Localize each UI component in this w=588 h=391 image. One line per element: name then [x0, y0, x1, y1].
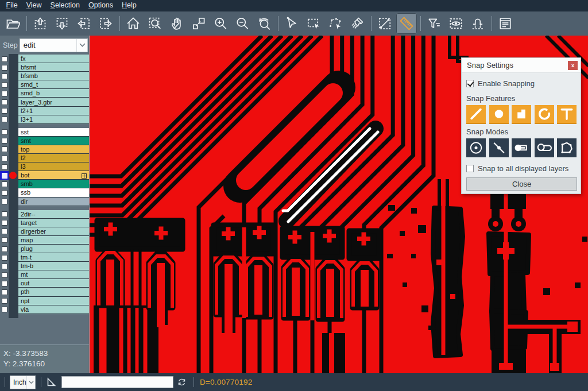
layer-row-top[interactable]: top [0, 145, 89, 154]
layer-row-bot[interactable]: bot [0, 171, 89, 180]
snap-contour-button[interactable] [557, 138, 577, 157]
layer-name[interactable]: smd_t [18, 80, 89, 89]
layer-row-npt[interactable]: npt [0, 297, 89, 305]
layer-visibility-checkbox[interactable] [0, 227, 9, 236]
measure-ruler-button[interactable] [396, 13, 417, 34]
layer-name[interactable]: 2dir-- [18, 210, 89, 219]
layer-row-l2+1[interactable]: l2+1 [0, 107, 89, 115]
layer-visibility-checkbox[interactable] [0, 162, 9, 171]
layer-name[interactable]: map [18, 236, 89, 245]
snap-all-layers-checkbox[interactable] [466, 165, 474, 172]
layer-visibility-checkbox[interactable] [0, 63, 9, 72]
layer-row-smd_b[interactable]: smd_b [0, 89, 89, 98]
layer-row-tm-b[interactable]: tm-b [0, 262, 89, 270]
layer-visibility-checkbox[interactable] [0, 288, 9, 296]
layer-row-layer_3.gbr[interactable]: layer_3.gbr [0, 98, 89, 106]
layer-row-sst[interactable]: sst [0, 128, 89, 137]
layer-name[interactable]: ssb [18, 188, 89, 197]
layer-visibility-checkbox[interactable] [0, 188, 9, 197]
layer-row-l3+1[interactable]: l3+1 [0, 115, 89, 124]
layer-row-mt[interactable]: mt [0, 270, 89, 279]
layer-name[interactable]: pth [18, 288, 89, 296]
layer-visibility-checkbox[interactable] [0, 89, 9, 98]
layer-name[interactable]: layer_3.gbr [18, 98, 89, 106]
menu-view[interactable]: View [22, 0, 46, 11]
layer-name[interactable]: mt [18, 270, 89, 279]
layer-row-out[interactable]: out [0, 279, 89, 288]
unit-select[interactable]: Inch [10, 375, 36, 389]
view-eye-button[interactable] [446, 13, 466, 34]
layer-visibility-checkbox[interactable] [0, 128, 9, 137]
layer-name[interactable]: bot [18, 171, 89, 180]
layer-visibility-checkbox[interactable] [0, 245, 9, 253]
chevron-down-icon[interactable] [76, 39, 87, 52]
layer-row-via[interactable]: via [0, 305, 89, 314]
layer-visibility-checkbox[interactable] [0, 262, 9, 270]
command-input[interactable] [61, 376, 173, 388]
layer-row-dirgerber[interactable]: dirgerber [0, 227, 89, 236]
zoom-in-button[interactable] [210, 13, 231, 34]
layer-name[interactable]: dir [18, 198, 89, 206]
layer-row-l3[interactable]: l3 [0, 162, 89, 171]
layer-row-map[interactable]: map [0, 236, 89, 245]
pan-hand-button[interactable] [167, 13, 187, 34]
layer-name[interactable]: l2 [18, 154, 89, 162]
snap-midpoint-button[interactable] [489, 138, 509, 157]
layer-name[interactable]: smb [18, 180, 89, 188]
report-button[interactable] [495, 13, 516, 34]
layer-name[interactable]: bfsmt [18, 63, 89, 72]
layer-name[interactable]: l2+1 [18, 107, 89, 115]
layer-name[interactable]: l3+1 [18, 115, 89, 124]
snap-surface-button[interactable] [512, 105, 531, 124]
layer-name[interactable]: out [18, 279, 89, 288]
layer-visibility-checkbox[interactable] [0, 180, 9, 188]
layer-name[interactable]: top [18, 145, 89, 154]
layer-row-dir[interactable]: dir [0, 198, 89, 206]
zoom-out-button[interactable] [232, 13, 253, 34]
layer-name[interactable]: bfsmb [18, 72, 89, 80]
close-icon[interactable]: x [568, 61, 578, 70]
layer-visibility-checkbox[interactable] [0, 80, 9, 89]
layer-visibility-checkbox[interactable] [0, 253, 9, 262]
layer-name[interactable]: smd_b [18, 89, 89, 98]
snap-circle-button[interactable] [489, 105, 509, 124]
menu-selection[interactable]: Selection [46, 0, 84, 11]
layer-row-l2[interactable]: l2 [0, 154, 89, 162]
layer-row-tm-t[interactable]: tm-t [0, 253, 89, 262]
filter-button[interactable] [424, 13, 444, 34]
layer-name[interactable]: npt [18, 297, 89, 305]
select-arrow-button[interactable] [281, 13, 302, 34]
layer-row-fx[interactable]: fx [0, 55, 89, 63]
layer-row-bfsmb[interactable]: bfsmb [0, 72, 89, 80]
layer-visibility-checkbox[interactable] [0, 270, 9, 279]
open-folder-button[interactable] [2, 13, 23, 34]
zoom-previous-button[interactable] [254, 13, 274, 34]
layer-row-bfsmt[interactable]: bfsmt [0, 63, 89, 72]
layer-visibility-checkbox[interactable] [0, 145, 9, 154]
layer-name[interactable]: tm-b [18, 262, 89, 270]
layer-name[interactable]: plug [18, 245, 89, 253]
home-button[interactable] [123, 13, 144, 34]
layer-name[interactable]: fx [18, 55, 89, 63]
import-down-button[interactable] [52, 13, 72, 34]
layer-name[interactable]: target [18, 219, 89, 227]
layer-row-pth[interactable]: pth [0, 288, 89, 296]
step-select[interactable]: edit [20, 38, 88, 52]
clean-brush-button[interactable] [347, 13, 368, 34]
snap-magnet-button[interactable] [467, 13, 488, 34]
layer-name[interactable]: via [18, 305, 89, 314]
menu-file[interactable]: File [2, 0, 22, 11]
enable-snapping-checkbox[interactable] [466, 80, 474, 87]
import-up-button[interactable] [30, 13, 51, 34]
layer-visibility-checkbox[interactable] [0, 198, 9, 206]
layer-name[interactable]: smt [18, 137, 89, 145]
layer-visibility-checkbox[interactable] [0, 55, 9, 63]
snap-text-button[interactable] [557, 105, 577, 124]
layer-visibility-checkbox[interactable] [0, 297, 9, 305]
layer-visibility-checkbox[interactable] [0, 154, 9, 162]
select-rect-button[interactable] [303, 13, 324, 34]
import-left-button[interactable] [74, 13, 94, 34]
snap-panel-titlebar[interactable]: Snap Settings x [462, 58, 581, 73]
layer-name[interactable]: sst [18, 128, 89, 137]
layer-visibility-checkbox[interactable] [0, 236, 9, 245]
